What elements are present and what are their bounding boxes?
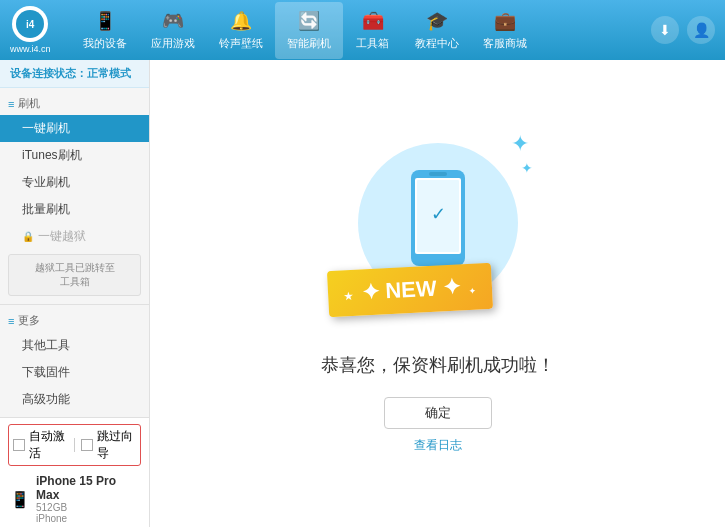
logo-icon: i4 [12, 6, 48, 42]
success-text: 恭喜您，保资料刷机成功啦！ [321, 353, 555, 377]
auto-activate-checkbox[interactable] [13, 439, 25, 451]
nav-my-device-label: 我的设备 [83, 36, 127, 51]
device-storage: 512GB [36, 502, 139, 513]
nav-flash[interactable]: 🔄 智能刷机 [275, 2, 343, 59]
sparkles: ✦✦ [511, 133, 533, 177]
content-area: ✓ ✦ NEW ✦ ✦✦ 恭喜您，保资料刷机成功啦！ 确定 查看日志 [150, 60, 725, 527]
sidebar-item-onekey[interactable]: 一键刷机 [0, 115, 149, 142]
device-details: iPhone 15 Pro Max 512GB iPhone [36, 474, 139, 524]
apps-icon: 🎮 [162, 10, 184, 32]
nav-ringtone[interactable]: 🔔 铃声壁纸 [207, 2, 275, 59]
sidebar: 设备连接状态：正常模式 ≡ 刷机 一键刷机 iTunes刷机 专业刷机 批量刷机 [0, 60, 150, 527]
nav-service[interactable]: 💼 客服商城 [471, 2, 539, 59]
confirm-button[interactable]: 确定 [384, 397, 492, 429]
more-group-label: 更多 [18, 313, 40, 328]
new-label: ✦ [360, 278, 385, 304]
ringtone-icon: 🔔 [230, 10, 252, 32]
service-icon: 💼 [494, 10, 516, 32]
guide-label: 跳过向导 [97, 428, 136, 462]
svg-text:✓: ✓ [430, 204, 445, 224]
guide-checkbox[interactable] [81, 439, 93, 451]
nav-tools[interactable]: 🧰 工具箱 [343, 2, 403, 59]
download-button[interactable]: ⬇ [651, 16, 679, 44]
sidebar-item-pro[interactable]: 专业刷机 [0, 169, 149, 196]
tools-icon: 🧰 [362, 10, 384, 32]
sidebar-item-advanced[interactable]: 高级功能 [0, 386, 149, 413]
sidebar-item-jailbreak: 🔒 一键越狱 [0, 223, 149, 250]
nav-tutorial[interactable]: 🎓 教程中心 [403, 2, 471, 59]
flash-section: ≡ 刷机 一键刷机 iTunes刷机 专业刷机 批量刷机 🔒 一键越狱 [0, 88, 149, 304]
nav-ringtone-label: 铃声壁纸 [219, 36, 263, 51]
view-log-link[interactable]: 查看日志 [414, 437, 462, 454]
flash-icon: 🔄 [298, 10, 320, 32]
device-area: 自动激活 跳过向导 📱 iPhone 15 Pro Max 512GB iPho… [0, 417, 149, 527]
tutorial-icon: 🎓 [426, 10, 448, 32]
logo-inner: i4 [16, 10, 44, 38]
auto-activate-label: 自动激活 [29, 428, 68, 462]
nav-tutorial-label: 教程中心 [415, 36, 459, 51]
notice-box: 越狱工具已跳转至工具箱 [8, 254, 141, 296]
flash-group-icon: ≡ [8, 98, 14, 110]
sidebar-item-itunes[interactable]: iTunes刷机 [0, 142, 149, 169]
nav-tools-label: 工具箱 [356, 36, 389, 51]
row-divider [74, 438, 75, 452]
new-star: ✦ [435, 274, 460, 300]
device-info: 📱 iPhone 15 Pro Max 512GB iPhone [8, 470, 141, 527]
header: i4 www.i4.cn 📱 我的设备 🎮 应用游戏 🔔 铃声壁纸 🔄 智能刷机 [0, 0, 725, 60]
success-illustration: ✓ ✦ NEW ✦ ✦✦ [338, 133, 538, 333]
flash-group-label: 刷机 [18, 96, 40, 111]
lock-icon: 🔒 [22, 231, 34, 242]
notice-text: 越狱工具已跳转至工具箱 [35, 262, 115, 287]
more-group-header: ≡ 更多 [0, 309, 149, 332]
device-name: iPhone 15 Pro Max [36, 474, 139, 502]
user-button[interactable]: 👤 [687, 16, 715, 44]
nav-bar: 📱 我的设备 🎮 应用游戏 🔔 铃声壁纸 🔄 智能刷机 🧰 工具箱 🎓 [71, 2, 651, 59]
logo-text: www.i4.cn [10, 44, 51, 54]
nav-flash-label: 智能刷机 [287, 36, 331, 51]
logo: i4 www.i4.cn [10, 6, 51, 54]
main-area: 设备连接状态：正常模式 ≡ 刷机 一键刷机 iTunes刷机 专业刷机 批量刷机 [0, 60, 725, 527]
header-right: ⬇ 👤 [651, 16, 715, 44]
sidebar-item-other-tools[interactable]: 其他工具 [0, 332, 149, 359]
status-value: 正常模式 [87, 67, 131, 79]
new-badge: ✦ NEW ✦ [326, 263, 492, 318]
auto-activate-row: 自动激活 跳过向导 [8, 424, 141, 466]
more-section: ≡ 更多 其他工具 下载固件 高级功能 [0, 304, 149, 417]
svg-rect-2 [429, 172, 447, 176]
nav-service-label: 客服商城 [483, 36, 527, 51]
nav-my-device[interactable]: 📱 我的设备 [71, 2, 139, 59]
device-type: iPhone [36, 513, 139, 524]
my-device-icon: 📱 [94, 10, 116, 32]
sidebar-item-batch[interactable]: 批量刷机 [0, 196, 149, 223]
status-label: 设备连接状态： [10, 67, 87, 79]
nav-apps-label: 应用游戏 [151, 36, 195, 51]
nav-apps[interactable]: 🎮 应用游戏 [139, 2, 207, 59]
device-phone-icon: 📱 [10, 490, 30, 509]
phone-svg: ✓ [403, 168, 473, 278]
sidebar-item-download-firmware[interactable]: 下载固件 [0, 359, 149, 386]
more-group-icon: ≡ [8, 315, 14, 327]
flash-group-header: ≡ 刷机 [0, 92, 149, 115]
status-bar: 设备连接状态：正常模式 [0, 60, 149, 88]
